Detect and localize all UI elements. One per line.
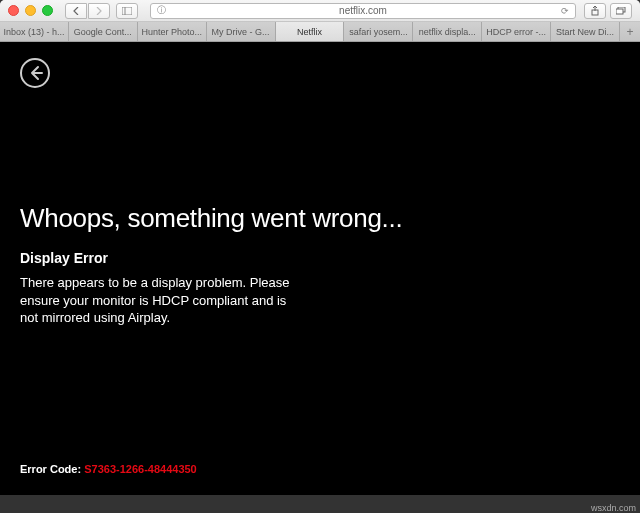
netflix-back-button[interactable] bbox=[20, 58, 50, 88]
plus-icon: + bbox=[627, 25, 634, 39]
nav-forward-button[interactable] bbox=[88, 3, 110, 19]
address-bar[interactable]: ⓘ netflix.com ⟳ bbox=[150, 3, 576, 19]
share-icon bbox=[591, 6, 599, 16]
chevron-right-icon bbox=[96, 7, 102, 15]
titlebar: ⓘ netflix.com ⟳ bbox=[0, 0, 640, 22]
tab-google-contacts[interactable]: Google Cont... bbox=[69, 22, 138, 41]
tab-safari-yosemite[interactable]: safari yosem... bbox=[344, 22, 413, 41]
tab-my-drive[interactable]: My Drive - G... bbox=[207, 22, 276, 41]
address-text: netflix.com bbox=[339, 5, 387, 16]
svg-rect-0 bbox=[122, 7, 132, 15]
netflix-error-page: Whoops, something went wrong... Display … bbox=[6, 48, 634, 489]
toolbar-right bbox=[584, 3, 632, 19]
svg-rect-4 bbox=[616, 9, 623, 14]
tabs-icon bbox=[616, 7, 626, 15]
nav-back-button[interactable] bbox=[65, 3, 87, 19]
tab-hunter-photo[interactable]: Hunter Photo... bbox=[138, 22, 207, 41]
error-code-label: Error Code: bbox=[20, 463, 84, 475]
chevron-left-icon bbox=[73, 7, 79, 15]
error-message: Whoops, something went wrong... Display … bbox=[20, 203, 620, 327]
minimize-window-button[interactable] bbox=[25, 5, 36, 16]
tab-label: HDCP error -... bbox=[486, 27, 546, 37]
maximize-window-button[interactable] bbox=[42, 5, 53, 16]
error-code-value: S7363-1266-48444350 bbox=[84, 463, 197, 475]
share-button[interactable] bbox=[584, 3, 606, 19]
tab-label: Netflix bbox=[297, 27, 322, 37]
site-info-icon[interactable]: ⓘ bbox=[157, 4, 166, 17]
tab-label: My Drive - G... bbox=[212, 27, 270, 37]
tab-start-new[interactable]: Start New Di... bbox=[551, 22, 620, 41]
error-heading: Whoops, something went wrong... bbox=[20, 203, 620, 234]
tab-hdcp-error[interactable]: HDCP error -... bbox=[482, 22, 551, 41]
page-content: Whoops, something went wrong... Display … bbox=[0, 42, 640, 495]
tab-label: Google Cont... bbox=[74, 27, 132, 37]
sidebar-toggle-button[interactable] bbox=[116, 3, 138, 19]
tab-label: safari yosem... bbox=[349, 27, 408, 37]
nav-buttons bbox=[65, 3, 110, 19]
tab-netflix[interactable]: Netflix bbox=[276, 22, 345, 41]
new-tab-button[interactable]: + bbox=[620, 22, 640, 41]
traffic-lights bbox=[8, 5, 53, 16]
tab-label: netflix displa... bbox=[419, 27, 476, 37]
tab-bar: Inbox (13) - h... Google Cont... Hunter … bbox=[0, 22, 640, 42]
tab-label: Hunter Photo... bbox=[141, 27, 202, 37]
tabs-overview-button[interactable] bbox=[610, 3, 632, 19]
tab-label: Inbox (13) - h... bbox=[3, 27, 64, 37]
watermark: wsxdn.com bbox=[591, 503, 636, 513]
tab-label: Start New Di... bbox=[556, 27, 614, 37]
error-body: There appears to be a display problem. P… bbox=[20, 274, 300, 327]
error-code-line: Error Code: S7363-1266-48444350 bbox=[20, 463, 197, 475]
sidebar-icon bbox=[122, 7, 132, 15]
error-title: Display Error bbox=[20, 250, 620, 266]
browser-window: ⓘ netflix.com ⟳ Inbox (13) - h... Google… bbox=[0, 0, 640, 495]
close-window-button[interactable] bbox=[8, 5, 19, 16]
tab-inbox[interactable]: Inbox (13) - h... bbox=[0, 22, 69, 41]
reload-button[interactable]: ⟳ bbox=[561, 6, 569, 16]
tab-netflix-display[interactable]: netflix displa... bbox=[413, 22, 482, 41]
arrow-left-icon bbox=[27, 65, 43, 81]
